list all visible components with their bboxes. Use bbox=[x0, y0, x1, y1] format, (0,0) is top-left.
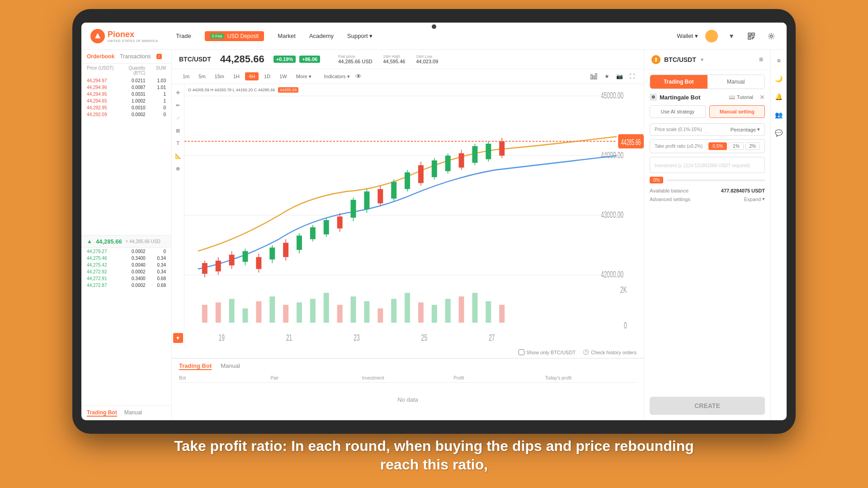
time-1h[interactable]: 1H bbox=[230, 72, 243, 80]
create-button[interactable]: CREATE bbox=[650, 397, 765, 415]
low-value: 44,023.09 bbox=[416, 59, 438, 64]
bar-chart-icon[interactable] bbox=[590, 72, 599, 81]
ask-price: 44,294.95 bbox=[87, 92, 116, 97]
bid-qty: 0.3400 bbox=[116, 256, 146, 261]
ai-strategy-button[interactable]: Use AI strategy bbox=[650, 105, 706, 118]
wallet-button[interactable]: Wallet ▾ bbox=[677, 33, 698, 39]
time-15m[interactable]: 15m bbox=[211, 72, 228, 80]
price-change: +0.19% +86.06 bbox=[274, 56, 321, 63]
pencil-tool[interactable]: ✏ bbox=[173, 100, 183, 110]
svg-rect-43 bbox=[364, 192, 369, 210]
eye-icon[interactable]: 👁 bbox=[355, 73, 362, 80]
mode-tab-bot[interactable]: Trading Bot bbox=[650, 75, 708, 89]
support-chevron: ▾ bbox=[369, 33, 373, 39]
svg-text:44285.66: 44285.66 bbox=[621, 137, 641, 146]
pair-chevron-icon[interactable]: ▾ bbox=[701, 56, 703, 63]
bot-name-label: Martingale Bot bbox=[660, 94, 700, 101]
time-1m[interactable]: 1m bbox=[179, 72, 193, 80]
menu-icon[interactable]: ≡ bbox=[759, 56, 763, 64]
chat-icon[interactable]: 💬 bbox=[774, 127, 784, 138]
close-button[interactable]: ✕ bbox=[760, 94, 765, 101]
investment-field[interactable]: Investment (≥ 1224.531801568 USDT requir… bbox=[650, 157, 765, 173]
low-label: 24H Low bbox=[416, 54, 438, 59]
expand-chevron-icon: ▾ bbox=[762, 196, 765, 202]
collapse-tool[interactable]: ▼ bbox=[173, 333, 183, 343]
moon-icon[interactable]: 🌙 bbox=[774, 73, 784, 84]
time-1w[interactable]: 1W bbox=[276, 72, 291, 80]
strategy-buttons: Use AI strategy Manual setting bbox=[650, 105, 765, 118]
ratio-1-btn[interactable]: 1% bbox=[729, 142, 743, 150]
tab-trading-bot-left[interactable]: Trading Bot bbox=[87, 409, 117, 417]
tutorial-button[interactable]: 📖 Tutorial bbox=[729, 94, 753, 100]
svg-rect-88 bbox=[486, 301, 491, 323]
table-row: 44,292.09 0.0002 0 bbox=[81, 111, 171, 118]
progress-pct-badge: 0% bbox=[650, 177, 663, 183]
svg-text:0: 0 bbox=[624, 320, 627, 331]
pattern-tool[interactable]: ⊞ bbox=[173, 126, 183, 136]
table-row: 44,279.27 0.0002 0 bbox=[81, 248, 171, 255]
time-4h[interactable]: 4H bbox=[245, 72, 259, 80]
tab-transactions[interactable]: Transactions bbox=[120, 53, 151, 60]
tab-manual-center[interactable]: Manual bbox=[221, 362, 240, 370]
ratio-05-btn[interactable]: 0.5% bbox=[708, 142, 727, 150]
show-btc-label: Show only BTC/USDT bbox=[526, 350, 576, 355]
left-panel: Orderbook Transactions ! Price (USDT) Qu… bbox=[81, 50, 172, 420]
mid-price-value: 44,285.66 bbox=[96, 238, 122, 245]
btc-icon: ₿ bbox=[651, 55, 660, 64]
more-tools[interactable]: ⊕ bbox=[173, 164, 183, 174]
time-more[interactable]: More ▾ bbox=[292, 72, 315, 81]
time-5m[interactable]: 5m bbox=[195, 72, 209, 80]
text-tool[interactable]: T bbox=[173, 138, 183, 148]
mode-tab-manual[interactable]: Manual bbox=[708, 75, 765, 89]
tab-orderbook[interactable]: Orderbook bbox=[87, 53, 114, 60]
avatar[interactable] bbox=[705, 30, 718, 42]
history-link[interactable]: 🕐 Check history orders bbox=[583, 349, 637, 355]
line-tool[interactable]: ⟋ bbox=[173, 113, 183, 123]
svg-rect-79 bbox=[364, 301, 369, 323]
qr-code-icon[interactable] bbox=[745, 30, 758, 42]
star-icon[interactable]: ★ bbox=[602, 72, 611, 81]
menu-hamburger-icon[interactable]: ≡ bbox=[774, 55, 784, 66]
nav-support[interactable]: Support ▾ bbox=[347, 33, 373, 39]
stat-high: 24H High 44,595.46 bbox=[383, 54, 405, 64]
measure-tool[interactable]: 📐 bbox=[173, 151, 183, 161]
svg-rect-70 bbox=[242, 308, 248, 323]
chart-header: BTC/USDT 44,285.66 +0.19% +86.06 Fiat pr… bbox=[172, 50, 644, 69]
bottom-panel-tabs: Trading Bot Manual bbox=[81, 405, 171, 420]
btc-checkbox-input[interactable] bbox=[519, 349, 524, 355]
nav-academy[interactable]: Academy bbox=[309, 33, 334, 39]
camera-icon[interactable]: 📷 bbox=[615, 72, 624, 81]
notification-icon[interactable]: 🔔 bbox=[774, 91, 784, 102]
ask-qty: 0.0010 bbox=[116, 105, 146, 110]
table-row: 44,272.87 0.0002 0.68 bbox=[81, 282, 171, 289]
trading-bot-section: Trading Bot Manual Bot Pair Investment P… bbox=[172, 358, 644, 420]
ratio-2-btn[interactable]: 2% bbox=[745, 142, 760, 150]
nav-market[interactable]: Market bbox=[278, 33, 296, 39]
user-chevron[interactable]: ▾ bbox=[725, 30, 738, 42]
svg-text:25: 25 bbox=[421, 332, 427, 343]
logo-name: Pionex bbox=[108, 30, 158, 39]
svg-rect-86 bbox=[459, 296, 464, 323]
time-1d[interactable]: 1D bbox=[260, 72, 274, 80]
svg-rect-77 bbox=[337, 305, 343, 323]
tab-trading-bot-center[interactable]: Trading Bot bbox=[179, 362, 212, 370]
manual-strategy-button[interactable]: Manual setting bbox=[709, 105, 765, 118]
svg-rect-39 bbox=[337, 216, 343, 228]
crosshair-tool[interactable]: ✛ bbox=[173, 88, 183, 98]
fullscreen-icon[interactable]: ⛶ bbox=[627, 72, 637, 81]
price-scale-select[interactable]: Percentage ▾ bbox=[731, 127, 760, 132]
settings-icon[interactable] bbox=[765, 30, 778, 42]
nav-trade[interactable]: Trade bbox=[176, 33, 191, 39]
svg-rect-23 bbox=[229, 255, 235, 266]
expand-button[interactable]: Expand ▾ bbox=[744, 196, 765, 202]
svg-rect-3 bbox=[749, 34, 750, 35]
show-btc-checkbox[interactable]: Show only BTC/USDT bbox=[519, 349, 576, 355]
indicators-btn[interactable]: Indicators ▾ bbox=[324, 74, 350, 80]
mid-price: ▲ 44,285.66 = 44,285.66 USD bbox=[81, 235, 171, 248]
svg-rect-84 bbox=[432, 305, 437, 323]
tab-manual-left[interactable]: Manual bbox=[124, 409, 142, 417]
svg-rect-47 bbox=[391, 182, 396, 199]
users-icon[interactable]: 👥 bbox=[774, 109, 784, 120]
svg-rect-78 bbox=[351, 296, 356, 323]
nav-deposit[interactable]: 0 Fee USD Deposit bbox=[205, 31, 264, 41]
